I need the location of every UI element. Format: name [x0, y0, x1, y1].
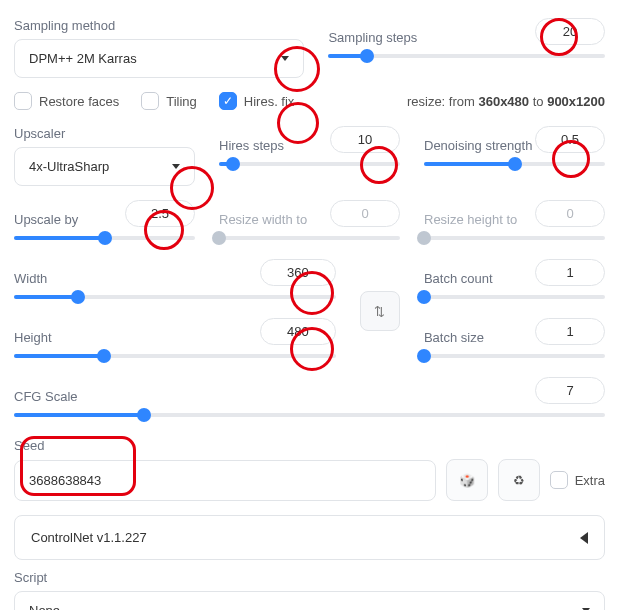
swap-dimensions-button[interactable]: ⇅ — [360, 291, 400, 331]
hires-steps-slider[interactable] — [219, 157, 400, 171]
resize-height-label: Resize height to — [424, 212, 517, 227]
batch-count-slider[interactable] — [424, 290, 605, 304]
check-icon: ✓ — [223, 95, 233, 107]
dice-icon: 🎲 — [459, 473, 475, 488]
cfg-label: CFG Scale — [14, 389, 78, 404]
cfg-slider[interactable] — [14, 408, 605, 422]
resize-width-slider[interactable] — [219, 231, 400, 245]
upscale-by-slider[interactable] — [14, 231, 195, 245]
resize-height-value[interactable]: 0 — [535, 200, 605, 227]
restore-faces-checkbox[interactable]: Restore faces — [14, 92, 119, 110]
denoise-label: Denoising strength — [424, 138, 532, 153]
chevron-down-icon — [281, 56, 289, 61]
random-seed-button[interactable]: 🎲 — [446, 459, 488, 501]
script-select[interactable]: None — [14, 591, 605, 610]
sampling-steps-value[interactable]: 20 — [535, 18, 605, 45]
seed-label: Seed — [14, 438, 605, 453]
resize-info: resize: from 360x480 to 900x1200 — [407, 94, 605, 109]
width-slider[interactable] — [14, 290, 336, 304]
width-label: Width — [14, 271, 47, 286]
sampling-steps-label: Sampling steps — [328, 30, 417, 45]
batch-count-label: Batch count — [424, 271, 493, 286]
controlnet-title: ControlNet v1.1.227 — [31, 530, 147, 545]
sampling-method-label: Sampling method — [14, 18, 304, 33]
script-value: None — [29, 603, 60, 610]
resize-width-value[interactable]: 0 — [330, 200, 400, 227]
width-value[interactable]: 360 — [260, 259, 336, 286]
reuse-seed-button[interactable]: ♻ — [498, 459, 540, 501]
hires-steps-label: Hires steps — [219, 138, 284, 153]
cfg-value[interactable]: 7 — [535, 377, 605, 404]
denoise-value[interactable]: 0.5 — [535, 126, 605, 153]
seed-input[interactable]: 3688638843 — [14, 460, 436, 501]
height-label: Height — [14, 330, 52, 345]
recycle-icon: ♻ — [513, 473, 525, 488]
seed-extra-checkbox[interactable]: Extra — [550, 471, 605, 489]
tiling-checkbox[interactable]: Tiling — [141, 92, 197, 110]
sampling-method-select[interactable]: DPM++ 2M Karras — [14, 39, 304, 78]
upscaler-value: 4x-UltraSharp — [29, 159, 109, 174]
resize-width-label: Resize width to — [219, 212, 307, 227]
batch-size-label: Batch size — [424, 330, 484, 345]
chevron-left-icon — [580, 532, 588, 544]
height-slider[interactable] — [14, 349, 336, 363]
batch-size-value[interactable]: 1 — [535, 318, 605, 345]
denoise-slider[interactable] — [424, 157, 605, 171]
hires-fix-checkbox[interactable]: ✓Hires. fix — [219, 92, 295, 110]
upscale-by-label: Upscale by — [14, 212, 78, 227]
batch-count-value[interactable]: 1 — [535, 259, 605, 286]
upscaler-select[interactable]: 4x-UltraSharp — [14, 147, 195, 186]
upscaler-label: Upscaler — [14, 126, 195, 141]
upscale-by-value[interactable]: 2.5 — [125, 200, 195, 227]
height-value[interactable]: 480 — [260, 318, 336, 345]
batch-size-slider[interactable] — [424, 349, 605, 363]
sampling-method-value: DPM++ 2M Karras — [29, 51, 137, 66]
resize-height-slider[interactable] — [424, 231, 605, 245]
chevron-down-icon — [172, 164, 180, 169]
controlnet-panel[interactable]: ControlNet v1.1.227 — [14, 515, 605, 560]
sampling-steps-slider[interactable] — [328, 49, 605, 63]
script-label: Script — [14, 570, 605, 585]
hires-steps-value[interactable]: 10 — [330, 126, 400, 153]
txt2img-settings: { "sampling": { "method_label": "Samplin… — [14, 18, 605, 610]
swap-icon: ⇅ — [374, 304, 385, 319]
